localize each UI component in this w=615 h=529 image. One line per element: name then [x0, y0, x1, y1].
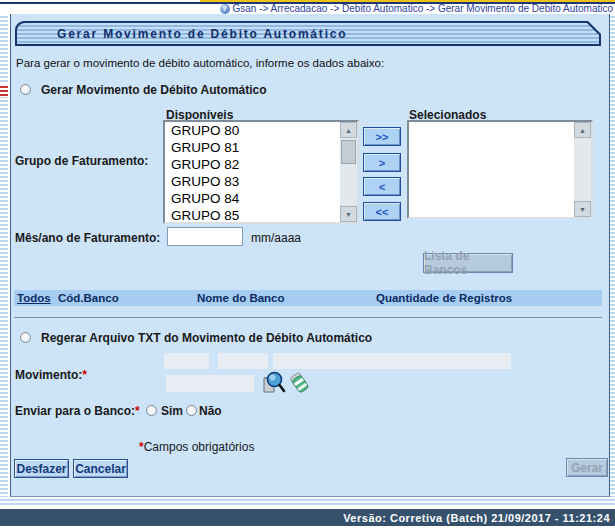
- send-yes-radio[interactable]: [146, 405, 157, 416]
- send-to-bank-label: Enviar para o Banco:*: [15, 404, 140, 418]
- movement-field-3: [273, 353, 511, 369]
- month-year-input[interactable]: [167, 227, 243, 246]
- breadcrumb: ? Gsan -> Arrecadacao -> Debito Automati…: [220, 3, 613, 14]
- remove-button[interactable]: <: [363, 177, 401, 196]
- version-text: Versão: Corretiva (Batch) 21/09/2017 - 1…: [343, 512, 615, 524]
- bank-table-col-name: Nome do Banco: [197, 292, 285, 304]
- cancel-button[interactable]: Cancelar: [73, 459, 128, 478]
- scrollbar-thumb[interactable]: [341, 140, 356, 164]
- scroll-down-icon[interactable]: ▼: [574, 201, 591, 217]
- send-to-bank-label-text: Enviar para o Banco:: [15, 404, 135, 418]
- available-scrollbar[interactable]: ▲ ▼: [340, 122, 357, 222]
- list-item[interactable]: GRUPO 81: [171, 139, 338, 156]
- bank-table-col-qty: Quantidade de Registros: [376, 292, 512, 304]
- bank-table-select-all-link[interactable]: Todos: [17, 292, 51, 304]
- instruction-text: Para gerar o movimento de débito automát…: [16, 57, 384, 69]
- page-title-bar: Gerar Movimento de Débito Automático: [15, 21, 601, 46]
- movement-field-2: [218, 353, 268, 369]
- remove-all-button[interactable]: <<: [363, 202, 401, 221]
- selected-scrollbar[interactable]: ▲ ▼: [574, 122, 591, 217]
- add-button[interactable]: >: [363, 153, 401, 172]
- search-icon[interactable]: [261, 370, 286, 395]
- scroll-down-icon[interactable]: ▼: [340, 206, 357, 222]
- send-no-label[interactable]: Não: [199, 404, 222, 418]
- movement-field-1: [164, 353, 209, 369]
- list-item[interactable]: GRUPO 82: [171, 156, 338, 173]
- list-item[interactable]: GRUPO 80: [171, 122, 338, 139]
- bank-table-col-code: Cód.Banco: [58, 292, 119, 304]
- generate-button[interactable]: Gerar: [566, 458, 608, 477]
- regenerate-option-radio[interactable]: [20, 332, 31, 343]
- generate-option-radio[interactable]: [20, 84, 31, 95]
- add-all-button[interactable]: >>: [363, 127, 401, 146]
- help-icon[interactable]: ?: [220, 4, 230, 14]
- page-title-bar-stripes: Gerar Movimento de Débito Automático: [17, 23, 599, 44]
- scroll-up-icon[interactable]: ▲: [340, 122, 357, 138]
- month-year-format-hint: mm/aaaa: [251, 231, 301, 245]
- bank-list-button[interactable]: Lista de Bancos: [423, 253, 513, 273]
- send-no-radio[interactable]: [186, 405, 197, 416]
- eraser-icon[interactable]: [288, 371, 311, 395]
- generate-option-label[interactable]: Gerar Movimento de Débito Automático: [41, 83, 267, 97]
- selected-groups-listbox[interactable]: ▲ ▼: [407, 120, 593, 219]
- movement-label-text: Movimento:: [15, 368, 82, 382]
- list-item[interactable]: GRUPO 84: [171, 190, 338, 207]
- movement-label: Movimento:*: [15, 368, 87, 382]
- movement-required-mark: *: [82, 368, 87, 382]
- right-decorative-strip: [610, 14, 615, 498]
- regenerate-option-label[interactable]: Regerar Arquivo TXT do Movimento de Débi…: [41, 331, 372, 345]
- available-groups-items: GRUPO 80 GRUPO 81 GRUPO 82 GRUPO 83 GRUP…: [167, 122, 338, 222]
- required-note-text: Campos obrigatórios: [144, 440, 255, 454]
- billing-group-label: Grupo de Faturamento:: [15, 154, 148, 168]
- list-item[interactable]: GRUPO 85: [171, 207, 338, 224]
- send-yes-label[interactable]: Sim: [161, 404, 183, 418]
- left-strip-red-accent: [0, 84, 8, 97]
- required-fields-note: *Campos obrigatórios: [139, 440, 254, 454]
- scroll-up-icon[interactable]: ▲: [574, 122, 591, 138]
- available-groups-listbox[interactable]: GRUPO 80 GRUPO 81 GRUPO 82 GRUPO 83 GRUP…: [163, 120, 359, 224]
- footer-bar: Versão: Corretiva (Batch) 21/09/2017 - 1…: [0, 509, 615, 526]
- bottom-decorative-strip: [0, 497, 615, 507]
- page-title: Gerar Movimento de Débito Automático: [17, 27, 347, 41]
- movement-code-field: [166, 375, 254, 392]
- send-to-bank-required-mark: *: [135, 404, 140, 418]
- breadcrumb-text[interactable]: Gsan -> Arrecadacao -> Debito Automatico…: [233, 3, 613, 14]
- bank-table-header: Todos Cód.Banco Nome do Banco Quantidade…: [14, 290, 602, 306]
- content-panel: Gerar Movimento de Débito Automático Par…: [10, 14, 610, 497]
- list-item[interactable]: GRUPO 83: [171, 173, 338, 190]
- undo-button[interactable]: Desfazer: [14, 459, 69, 478]
- month-year-label: Mês/ano de Faturamento:: [15, 231, 160, 245]
- section-separator: [14, 317, 602, 318]
